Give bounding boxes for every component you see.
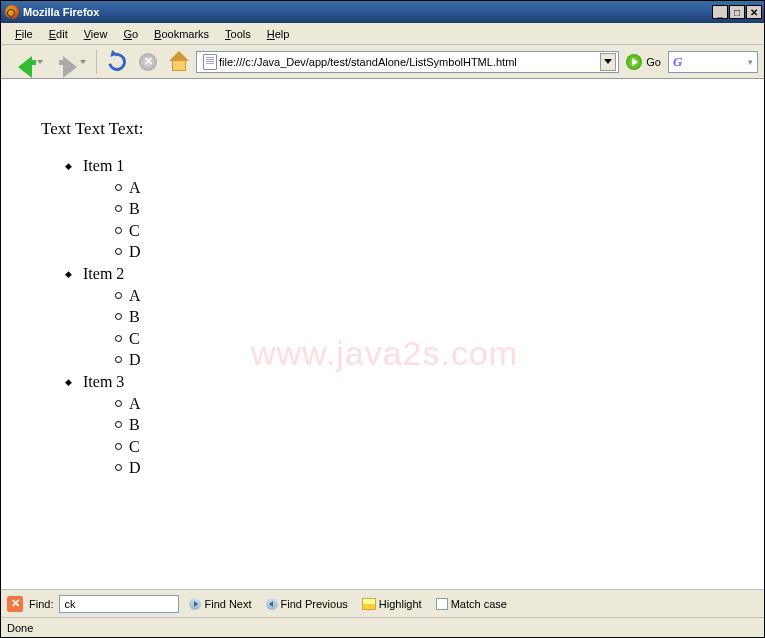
list-item: A bbox=[115, 285, 744, 307]
item-label: Item 3 bbox=[83, 373, 124, 390]
inner-list: A B C D bbox=[83, 393, 744, 479]
separator bbox=[96, 50, 97, 74]
go-button[interactable]: Go bbox=[622, 51, 665, 73]
menu-edit[interactable]: Edit bbox=[41, 26, 76, 42]
list-item: Item 3 A B C D bbox=[69, 371, 744, 479]
close-findbar-button[interactable]: ✕ bbox=[7, 596, 23, 612]
item-label: Item 1 bbox=[83, 157, 124, 174]
menu-tools[interactable]: Tools bbox=[217, 26, 259, 42]
back-button[interactable] bbox=[7, 49, 47, 75]
page-heading: Text Text Text: bbox=[41, 119, 744, 139]
page-icon bbox=[203, 54, 217, 70]
highlight-button[interactable]: Highlight bbox=[358, 596, 426, 612]
list-item: A bbox=[115, 177, 744, 199]
maximize-button[interactable]: □ bbox=[729, 5, 745, 19]
list-item: C bbox=[115, 436, 744, 458]
search-box[interactable]: G ▾ bbox=[668, 51, 758, 73]
item-label: Item 2 bbox=[83, 265, 124, 282]
list-item: D bbox=[115, 349, 744, 371]
highlight-icon bbox=[362, 598, 376, 610]
forward-button[interactable] bbox=[50, 49, 90, 75]
find-previous-label: Find Previous bbox=[281, 598, 348, 610]
arrow-forward-icon bbox=[59, 51, 81, 73]
address-dropdown-button[interactable] bbox=[600, 53, 616, 71]
outer-list: Item 1 A B C D Item 2 A B C D Item 3 A B… bbox=[41, 155, 744, 479]
list-item: B bbox=[115, 414, 744, 436]
menu-go[interactable]: Go bbox=[115, 26, 146, 42]
list-item: Item 2 A B C D bbox=[69, 263, 744, 371]
list-item: B bbox=[115, 306, 744, 328]
window-title: Mozilla Firefox bbox=[23, 6, 712, 18]
highlight-label: Highlight bbox=[379, 598, 422, 610]
close-button[interactable]: ✕ bbox=[746, 5, 762, 19]
find-label: Find: bbox=[29, 598, 53, 610]
find-next-button[interactable]: Find Next bbox=[185, 596, 255, 612]
stop-icon bbox=[139, 53, 157, 71]
menu-file[interactable]: File bbox=[7, 26, 41, 42]
list-item: A bbox=[115, 393, 744, 415]
menu-view[interactable]: View bbox=[76, 26, 116, 42]
statusbar: Done bbox=[1, 617, 764, 637]
find-input[interactable] bbox=[59, 595, 179, 613]
list-item: C bbox=[115, 328, 744, 350]
minimize-button[interactable]: _ bbox=[712, 5, 728, 19]
list-item: D bbox=[115, 241, 744, 263]
menu-help[interactable]: Help bbox=[259, 26, 298, 42]
window-controls: _ □ ✕ bbox=[712, 5, 762, 19]
reload-button[interactable] bbox=[103, 49, 131, 75]
status-text: Done bbox=[7, 622, 33, 634]
find-toolbar: ✕ Find: Find Next Find Previous Highligh… bbox=[1, 589, 764, 617]
page-content: Text Text Text: Item 1 A B C D Item 2 A … bbox=[1, 79, 764, 589]
go-label: Go bbox=[646, 56, 661, 68]
match-case-toggle[interactable]: Match case bbox=[432, 596, 511, 612]
find-next-icon bbox=[189, 598, 201, 610]
match-case-label: Match case bbox=[451, 598, 507, 610]
match-case-checkbox[interactable] bbox=[436, 598, 448, 610]
firefox-icon bbox=[5, 5, 19, 19]
menu-bookmarks[interactable]: Bookmarks bbox=[146, 26, 217, 42]
list-item: Item 1 A B C D bbox=[69, 155, 744, 263]
find-next-label: Find Next bbox=[204, 598, 251, 610]
list-item: D bbox=[115, 457, 744, 479]
inner-list: A B C D bbox=[83, 177, 744, 263]
find-previous-button[interactable]: Find Previous bbox=[262, 596, 352, 612]
url-text: file:///c:/Java_Dev/app/test/standAlone/… bbox=[219, 56, 600, 68]
list-item: C bbox=[115, 220, 744, 242]
home-icon bbox=[169, 53, 189, 71]
address-bar[interactable]: file:///c:/Java_Dev/app/test/standAlone/… bbox=[196, 51, 619, 73]
list-item: B bbox=[115, 198, 744, 220]
titlebar: Mozilla Firefox _ □ ✕ bbox=[1, 1, 764, 23]
find-previous-icon bbox=[266, 598, 278, 610]
inner-list: A B C D bbox=[83, 285, 744, 371]
arrow-back-icon bbox=[16, 51, 38, 73]
menubar: File Edit View Go Bookmarks Tools Help bbox=[1, 23, 764, 45]
search-dropdown-icon: ▾ bbox=[748, 57, 753, 67]
reload-icon bbox=[105, 49, 130, 74]
go-icon bbox=[626, 54, 642, 70]
search-engine-icon: G bbox=[673, 54, 682, 70]
stop-button[interactable] bbox=[134, 49, 162, 75]
navigation-toolbar: file:///c:/Java_Dev/app/test/standAlone/… bbox=[1, 45, 764, 79]
home-button[interactable] bbox=[165, 49, 193, 75]
